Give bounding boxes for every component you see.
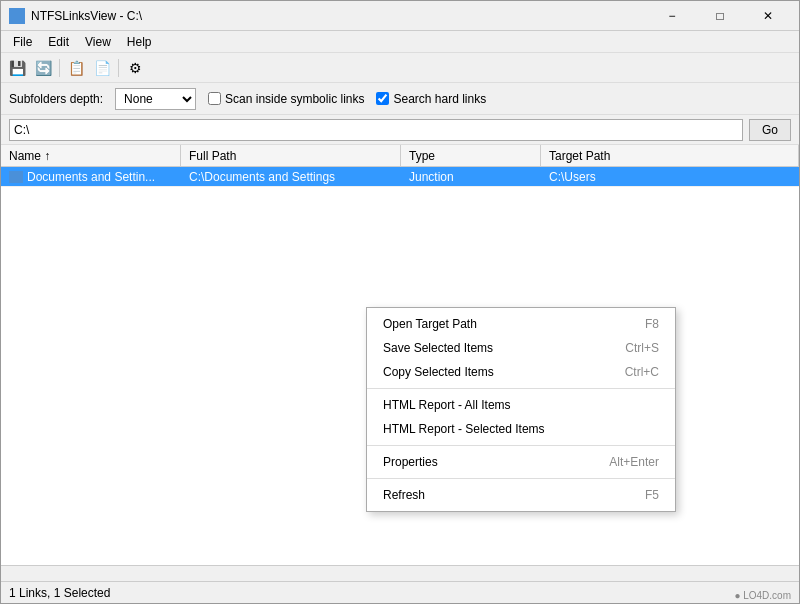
col-header-fullpath[interactable]: Full Path — [181, 145, 401, 166]
ctx-html-all-label: HTML Report - All Items — [383, 398, 511, 412]
window-title: NTFSLinksView - C:\ — [31, 9, 649, 23]
ctx-html-selected-label: HTML Report - Selected Items — [383, 422, 545, 436]
cell-target: C:\Users — [541, 167, 799, 186]
ctx-properties-shortcut: Alt+Enter — [609, 455, 659, 469]
minimize-button[interactable]: − — [649, 1, 695, 31]
ctx-copy-label: Copy Selected Items — [383, 365, 494, 379]
ctx-copy-shortcut: Ctrl+C — [625, 365, 659, 379]
ctx-html-all[interactable]: HTML Report - All Items — [367, 393, 675, 417]
maximize-button[interactable]: □ — [697, 1, 743, 31]
cell-type: Junction — [401, 167, 541, 186]
horizontal-scrollbar[interactable] — [1, 565, 799, 581]
toolbar-separator-2 — [118, 59, 119, 77]
save-button[interactable]: 💾 — [5, 57, 29, 79]
subfolders-depth-label: Subfolders depth: — [9, 92, 103, 106]
app-icon — [9, 8, 25, 24]
status-text: 1 Links, 1 Selected — [9, 586, 110, 600]
search-hard-links-checkbox[interactable] — [376, 92, 389, 105]
title-bar: NTFSLinksView - C:\ − □ ✕ — [1, 1, 799, 31]
col-header-type[interactable]: Type — [401, 145, 541, 166]
ctx-separator-1 — [367, 388, 675, 389]
ctx-refresh-shortcut: F5 — [645, 488, 659, 502]
table-row[interactable]: Documents and Settin... C:\Documents and… — [1, 167, 799, 187]
context-menu: Open Target Path F8 Save Selected Items … — [366, 307, 676, 512]
menu-help[interactable]: Help — [119, 33, 160, 51]
go-button[interactable]: Go — [749, 119, 791, 141]
ctx-properties[interactable]: Properties Alt+Enter — [367, 450, 675, 474]
cell-fullpath: C:\Documents and Settings — [181, 167, 401, 186]
ctx-separator-2 — [367, 445, 675, 446]
toolbar-separator-1 — [59, 59, 60, 77]
scan-symbolic-links-label[interactable]: Scan inside symbolic links — [208, 92, 364, 106]
search-hard-links-label[interactable]: Search hard links — [376, 92, 486, 106]
ctx-open-target-label: Open Target Path — [383, 317, 477, 331]
ctx-separator-3 — [367, 478, 675, 479]
refresh-button[interactable]: 🔄 — [31, 57, 55, 79]
search-hard-links-text: Search hard links — [393, 92, 486, 106]
window-controls: − □ ✕ — [649, 1, 791, 31]
path-bar: Go — [1, 115, 799, 145]
copy-button[interactable]: 📋 — [64, 57, 88, 79]
folder-icon — [9, 171, 23, 183]
scan-symbolic-links-text: Scan inside symbolic links — [225, 92, 364, 106]
subfolders-depth-select[interactable]: None 1 2 3 Unlimited — [115, 88, 196, 110]
ctx-save-shortcut: Ctrl+S — [625, 341, 659, 355]
toolbar: 💾 🔄 📋 📄 ⚙ — [1, 53, 799, 83]
table-header: Name ↑ Full Path Type Target Path — [1, 145, 799, 167]
ctx-open-target-shortcut: F8 — [645, 317, 659, 331]
scan-symbolic-links-checkbox[interactable] — [208, 92, 221, 105]
ctx-copy-selected[interactable]: Copy Selected Items Ctrl+C — [367, 360, 675, 384]
ctx-refresh-label: Refresh — [383, 488, 425, 502]
status-bar: 1 Links, 1 Selected ● LO4D.com — [1, 581, 799, 603]
menu-bar: File Edit View Help — [1, 31, 799, 53]
watermark: ● LO4D.com — [734, 590, 791, 601]
ctx-refresh[interactable]: Refresh F5 — [367, 483, 675, 507]
menu-view[interactable]: View — [77, 33, 119, 51]
menu-file[interactable]: File — [5, 33, 40, 51]
path-input[interactable] — [9, 119, 743, 141]
content-area: Name ↑ Full Path Type Target Path Docume… — [1, 145, 799, 603]
ctx-open-target-path[interactable]: Open Target Path F8 — [367, 312, 675, 336]
properties-button[interactable]: 📄 — [90, 57, 114, 79]
options-bar: Subfolders depth: None 1 2 3 Unlimited S… — [1, 83, 799, 115]
ctx-properties-label: Properties — [383, 455, 438, 469]
ctx-save-label: Save Selected Items — [383, 341, 493, 355]
col-header-target[interactable]: Target Path — [541, 145, 799, 166]
ctx-html-selected[interactable]: HTML Report - Selected Items — [367, 417, 675, 441]
close-button[interactable]: ✕ — [745, 1, 791, 31]
options-button[interactable]: ⚙ — [123, 57, 147, 79]
menu-edit[interactable]: Edit — [40, 33, 77, 51]
main-window: NTFSLinksView - C:\ − □ ✕ File Edit View… — [0, 0, 800, 604]
cell-name: Documents and Settin... — [1, 167, 181, 186]
col-header-name[interactable]: Name ↑ — [1, 145, 181, 166]
ctx-save-selected[interactable]: Save Selected Items Ctrl+S — [367, 336, 675, 360]
